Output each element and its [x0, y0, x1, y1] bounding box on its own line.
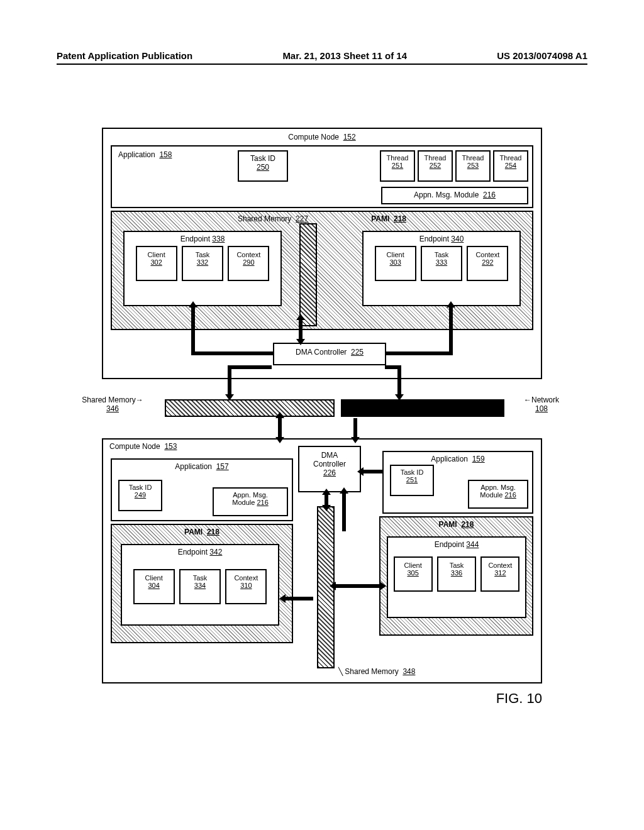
ep340-lbl: Endpoint: [419, 235, 449, 243]
context-290: Context290: [228, 246, 269, 281]
ctx312-lbl: Context: [488, 562, 512, 569]
t332-lbl: Task: [196, 251, 210, 258]
shared-memory-346-bar: [165, 399, 335, 417]
appmsg216-lbl: Appn. Msg. Module: [414, 191, 479, 199]
c304-lbl: Client: [145, 574, 163, 582]
dma225-ref: 225: [351, 348, 364, 357]
header-right: US 2013/0074098 A1: [497, 50, 587, 61]
arrow-sm348-to-ep344-r: [336, 584, 380, 588]
ep340-ref: 340: [451, 235, 464, 243]
arrow-dma225-to-net: [397, 365, 401, 394]
app159-title: Application 159: [384, 452, 532, 463]
ep338-title: Endpoint 338: [127, 235, 278, 243]
t336-lbl: Task: [450, 562, 464, 569]
t334-ref: 334: [194, 582, 206, 589]
node152-title: Compute Node 152: [107, 133, 537, 141]
sm227-lbl: Shared Memory: [238, 214, 291, 223]
appn-msg-module-216: Appn. Msg. Module 216: [381, 187, 528, 204]
dma226-ref: 226: [323, 468, 336, 477]
page: Patent Application Publication Mar. 21, …: [0, 0, 644, 830]
taskid250-label: Task ID: [250, 154, 275, 163]
pamiL-ref: 218: [207, 528, 219, 536]
shared-memory-348-label: ╲ Shared Memory 348: [338, 667, 415, 676]
app158-ref: 158: [159, 150, 172, 159]
dma225-lbl: DMA Controller: [296, 348, 347, 357]
thread-251-lbl: Thread: [387, 154, 409, 162]
pamiL-title: PAMI 218: [112, 525, 292, 539]
thread-253-ref: 253: [467, 162, 479, 169]
pamiR-title: PAMI 218: [380, 517, 532, 531]
threads-row: Thread251 Thread252 Thread253 Thread254: [380, 150, 528, 182]
tid251b-lbl: Task ID: [401, 468, 424, 476]
task-336: Task336: [437, 556, 476, 592]
app159-ref: 159: [472, 455, 485, 463]
app158-label: Application 158: [118, 150, 172, 159]
pamiR-ref: 218: [461, 520, 474, 529]
ep342-lbl: Endpoint: [178, 548, 208, 556]
ctx290-ref: 290: [243, 258, 254, 266]
appmsg216-ref: 216: [483, 191, 496, 199]
context-310: Context310: [225, 569, 267, 604]
ctx292-ref: 292: [482, 258, 493, 266]
thread-254: Thread254: [493, 150, 528, 182]
ctx292-lbl: Context: [475, 251, 499, 258]
net108-ref: 108: [535, 404, 548, 413]
shared-memory-346-label: Shared Memory→ 346: [78, 396, 147, 414]
node153-title: Compute Node 153: [109, 442, 177, 451]
shared-memory-227-column: [299, 223, 317, 326]
application-157: Application 157 Task ID 249 Appn. Msg.Mo…: [111, 458, 293, 521]
t332-ref: 332: [197, 258, 208, 266]
node152-title-ref: 152: [343, 133, 356, 141]
endpoint-338: Endpoint 338 Client302 Task332 Context29…: [123, 231, 282, 306]
taskid250-ref: 250: [257, 163, 269, 172]
c303-lbl: Client: [387, 251, 404, 258]
t336-ref: 336: [451, 569, 462, 577]
tid249-ref: 249: [135, 491, 146, 499]
thread-253-lbl: Thread: [462, 154, 484, 162]
ctx310-ref: 310: [240, 582, 252, 589]
ep340-title: Endpoint 340: [366, 235, 517, 243]
task-332: Task332: [182, 246, 223, 281]
pami-218-top: PAMI 218 Shared Memory 227 Endpoint 338 …: [111, 211, 533, 330]
appn-msg-216-left: Appn. Msg.Module 216: [213, 487, 288, 516]
figure-label: FIG. 10: [496, 690, 542, 707]
header-center: Mar. 21, 2013 Sheet 11 of 14: [282, 50, 407, 61]
task-id-249: Task ID 249: [118, 480, 162, 511]
arrow-net-to-dma226: [364, 470, 382, 473]
arrow-dma226-sm348: [325, 495, 328, 505]
arrow-net-down: [353, 418, 357, 437]
arrow-dma225-to-sm346: [228, 365, 231, 394]
c305-ref: 305: [407, 569, 418, 577]
ep338-lbl: Endpoint: [180, 235, 210, 243]
ep342-title: Endpoint 342: [125, 548, 275, 556]
sm346-lbl: Shared Memory: [82, 396, 135, 404]
arrow-sm227-dma: [299, 320, 303, 339]
net108-lbl: Network: [531, 396, 559, 404]
c304-ref: 304: [148, 582, 159, 589]
network-108-bar: [341, 399, 504, 417]
endpoint-344: Endpoint 344 Client305 Task336 Context31…: [387, 536, 526, 618]
app157-lbl: Application: [175, 462, 212, 471]
task-334: Task334: [179, 569, 221, 604]
client-303: Client303: [375, 246, 416, 281]
endpoint-342: Endpoint 342 Client304 Task334 Context31…: [121, 544, 279, 626]
arrow-dma225-to-net-h: [385, 365, 401, 369]
thread-251: Thread251: [380, 150, 415, 182]
arrow-ep340-to-dma: [449, 307, 453, 351]
node153-title-lbl: Compute Node: [109, 442, 160, 451]
task-333: Task333: [421, 246, 462, 281]
t334-lbl: Task: [193, 574, 208, 582]
arrow-ep338-to-dma: [191, 307, 195, 351]
ep344-lbl: Endpoint: [435, 540, 464, 549]
app157-ref: 157: [216, 462, 229, 471]
thread-254-lbl: Thread: [500, 154, 522, 162]
thread-252-lbl: Thread: [425, 154, 447, 162]
thread-253: Thread253: [455, 150, 491, 182]
context-312: Context312: [480, 556, 519, 592]
client-305: Client305: [394, 556, 433, 592]
arrow-dma226-vert: [342, 494, 346, 531]
arrow-ep342-to-sm348: [286, 597, 313, 600]
dma-controller-225: DMA Controller 225: [273, 343, 386, 365]
pami-218-left: PAMI 218 Endpoint 342 Client304 Task334 …: [111, 524, 293, 643]
ctx312-ref: 312: [494, 569, 506, 577]
